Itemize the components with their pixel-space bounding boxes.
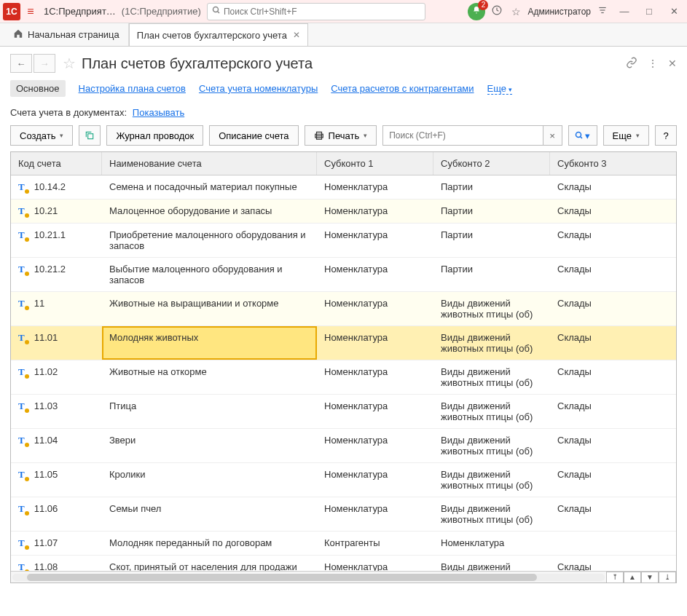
nav-forward-button[interactable]: →: [34, 54, 55, 73]
th-sub2[interactable]: Субконто 2: [433, 152, 550, 175]
cell-sub2: Партии: [433, 258, 550, 291]
cell-name: Скот, принятый от населения для продажи: [102, 556, 317, 571]
window-close-button[interactable]: ✕: [664, 1, 684, 22]
cell-code: 10.21: [34, 205, 58, 216]
row-down-button[interactable]: ▼: [641, 572, 659, 583]
cell-name: Кролики: [102, 463, 317, 497]
th-sub3[interactable]: Субконто 3: [550, 152, 676, 175]
cell-sub3: Склады: [550, 395, 676, 428]
table-body: Т10.14.2Семена и посадочный материал пок…: [11, 175, 676, 571]
table-row[interactable]: Т11.02Животные на откормеНоменклатураВид…: [11, 360, 676, 395]
table-row[interactable]: Т11.07Молодняк переданный по договорамКо…: [11, 532, 676, 556]
settings-panel-icon[interactable]: [595, 5, 610, 17]
cell-sub3: Склады: [550, 175, 676, 199]
filter-show-link[interactable]: Показывать: [133, 107, 184, 118]
nav-counterparty-accounts[interactable]: Счета расчетов с контрагентами: [331, 83, 474, 94]
history-icon[interactable]: [490, 5, 504, 17]
table-search-input[interactable]: [382, 125, 543, 146]
cell-sub2: Виды движений животных птицы (об): [433, 360, 550, 394]
svg-point-0: [213, 7, 218, 12]
tab-active[interactable]: План счетов бухгалтерского учета ✕: [129, 23, 308, 46]
kebab-icon[interactable]: ⋮: [648, 58, 658, 69]
cell-name: Птица: [102, 395, 317, 428]
toolbar: Создать▾ Журнал проводок Описание счета …: [0, 125, 687, 151]
favorite-icon[interactable]: ☆: [509, 6, 523, 17]
cell-code: 11.04: [34, 435, 58, 446]
nav-nomenclature-accounts[interactable]: Счета учета номенклатуры: [199, 83, 318, 94]
row-last-button[interactable]: ⤓: [659, 572, 676, 583]
user-label[interactable]: Администратор: [527, 7, 591, 17]
page-header: ← → ☆ План счетов бухгалтерского учета ⋮…: [0, 47, 687, 79]
home-tab[interactable]: Начальная страница: [4, 23, 129, 46]
cell-sub1: Номенклатура: [317, 326, 433, 360]
table-row[interactable]: Т11.05КроликиНоменклатураВиды движений ж…: [11, 463, 676, 497]
cell-code: 11.01: [34, 332, 58, 343]
h-scrollbar[interactable]: [12, 574, 605, 581]
cell-name: Животные на выращивании и откорме: [102, 292, 317, 325]
th-code[interactable]: Код счета: [11, 152, 102, 175]
search-icon: [212, 6, 221, 17]
copy-button[interactable]: [79, 125, 101, 146]
table-row[interactable]: Т11.06Семьи пчелНоменклатураВиды движени…: [11, 497, 676, 532]
table-row[interactable]: Т10.14.2Семена и посадочный материал пок…: [11, 175, 676, 200]
window-minimize-button[interactable]: —: [614, 1, 635, 22]
row-first-button[interactable]: ⤒: [606, 572, 624, 583]
section-nav: Основное Настройка плана счетов Счета уч…: [0, 79, 687, 104]
star-icon[interactable]: ☆: [63, 55, 76, 72]
search-clear-button[interactable]: ×: [543, 125, 562, 146]
link-icon[interactable]: [626, 57, 637, 71]
cell-name: Звери: [102, 429, 317, 462]
nav-more[interactable]: Еще: [487, 83, 512, 95]
table-row[interactable]: Т10.21Малоценное оборудование и запасыНо…: [11, 200, 676, 224]
hamburger-icon[interactable]: ≡: [23, 5, 38, 18]
notifications-button[interactable]: 2: [468, 3, 485, 20]
th-sub1[interactable]: Субконто 1: [317, 152, 433, 175]
help-button[interactable]: ?: [655, 125, 677, 146]
nav-back-button[interactable]: ←: [10, 54, 32, 73]
global-search-input[interactable]: [224, 7, 420, 17]
cell-sub2: Номенклатура: [433, 532, 550, 555]
svg-point-9: [576, 133, 581, 138]
cell-code: 11.06: [34, 503, 58, 514]
table-row[interactable]: Т11.04ЗвериНоменклатураВиды движений жив…: [11, 429, 676, 463]
window-maximize-button[interactable]: □: [639, 1, 659, 22]
account-icon: Т: [18, 366, 25, 378]
cell-name: Приобретение малоценного оборудования и …: [102, 224, 317, 257]
cell-sub2: Виды движений животных птицы (об): [433, 395, 550, 428]
table-row[interactable]: Т11Животные на выращивании и откормеНоме…: [11, 292, 676, 326]
filter-label: Счета учета в документах:: [10, 107, 127, 118]
cell-sub3: Склады: [550, 326, 676, 360]
cell-sub2: Виды движений животных птицы (об): [433, 497, 550, 531]
cell-code: 10.21.2: [34, 264, 66, 275]
th-name[interactable]: Наименование счета: [102, 152, 317, 175]
search-go-button[interactable]: ▾: [568, 125, 597, 146]
account-icon: Т: [18, 400, 25, 412]
print-button[interactable]: Печать▾: [305, 125, 377, 146]
cell-sub1: Номенклатура: [317, 429, 433, 462]
cell-sub2: Виды движений животных птицы (об): [433, 463, 550, 497]
cell-sub3: Склады: [550, 224, 676, 257]
journal-button[interactable]: Журнал проводок: [106, 125, 203, 146]
row-up-button[interactable]: ▲: [624, 572, 641, 583]
nav-plan-settings[interactable]: Настройка плана счетов: [79, 83, 186, 94]
more-button[interactable]: Еще▾: [603, 125, 649, 146]
close-icon[interactable]: ✕: [293, 30, 300, 40]
titlebar: 1C ≡ 1С:Предприят… (1С:Предприятие) 2 ☆ …: [0, 0, 687, 23]
table-footer: ⤒ ▲ ▼ ⤓: [11, 571, 676, 583]
nav-main[interactable]: Основное: [10, 80, 66, 97]
page-close-button[interactable]: ✕: [668, 58, 677, 69]
table-row[interactable]: Т11.03ПтицаНоменклатураВиды движений жив…: [11, 395, 676, 429]
create-button[interactable]: Создать▾: [10, 125, 73, 146]
cell-sub3: Склады: [550, 360, 676, 394]
cell-name: Семена и посадочный материал покупные: [102, 175, 317, 199]
tab-label: План счетов бухгалтерского учета: [137, 30, 287, 41]
table-row[interactable]: Т11.01Молодняк животныхНоменклатураВиды …: [11, 326, 676, 360]
table-row[interactable]: Т11.08Скот, принятый от населения для пр…: [11, 556, 676, 571]
table-row[interactable]: Т10.21.1Приобретение малоценного оборудо…: [11, 224, 676, 258]
table-row[interactable]: Т10.21.2Выбытие малоценного оборудования…: [11, 258, 676, 292]
account-icon: Т: [18, 205, 25, 217]
describe-button[interactable]: Описание счета: [209, 125, 298, 146]
tabbar: Начальная страница План счетов бухгалтер…: [0, 23, 687, 47]
cell-sub3: Склады: [550, 556, 676, 571]
account-icon: Т: [18, 561, 25, 571]
